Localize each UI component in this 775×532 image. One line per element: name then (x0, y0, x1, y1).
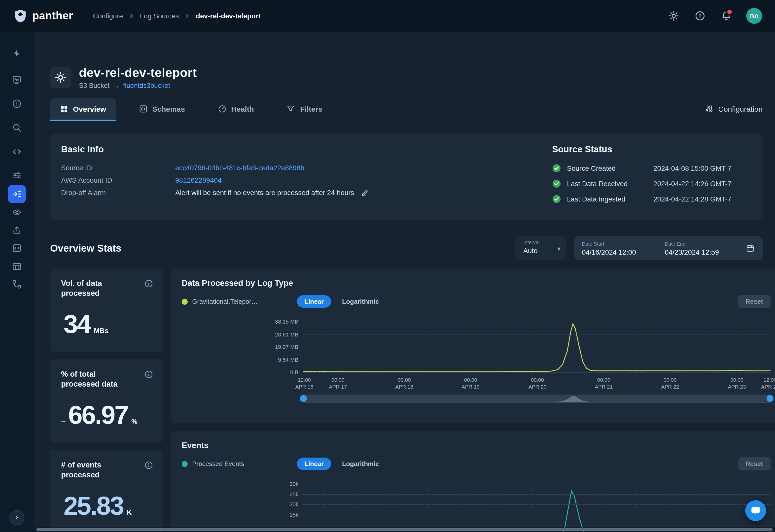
chat-launcher-button[interactable] (745, 500, 766, 521)
top-nav-actions: ? BA (667, 8, 762, 24)
y-axis-label: 38.15 MB (275, 319, 298, 325)
tab-health[interactable]: Health (208, 98, 264, 120)
date-range-picker[interactable]: Date Start 04/16/2024 12:00 Date End 04/… (574, 236, 763, 260)
breadcrumb-item-log-sources[interactable]: Log Sources (140, 12, 179, 20)
scrubber-track[interactable] (303, 395, 771, 402)
tab-schemas[interactable]: Schemas (129, 98, 195, 120)
time-range-scrubber[interactable] (303, 394, 771, 403)
sidebar-item-bolt[interactable] (8, 44, 26, 62)
scrubber-handle-right[interactable] (767, 395, 774, 402)
x-axis-label: 00:00APR 19 (462, 376, 480, 390)
source-type-label: S3 Bucket (79, 82, 109, 89)
stat-card-title: # of events processed (61, 460, 131, 480)
legend-dot (182, 299, 188, 304)
tab-label: Filters (300, 105, 322, 113)
sidebar-item-detections[interactable] (8, 166, 26, 184)
bucket-link[interactable]: fluentds3bucket (123, 82, 170, 89)
scrubber-handle-left[interactable] (300, 395, 307, 402)
stat-card-percent: % of total processed data ~66.97% (50, 359, 163, 443)
horizontal-scrollbar[interactable] (34, 527, 775, 532)
tabs: Overview Schemas Health Filters (50, 98, 332, 120)
plot-wrap: 30k25k20k15k (303, 484, 771, 532)
legend-label: Processed Events (192, 460, 244, 467)
breadcrumb-item-configure[interactable]: Configure (93, 12, 123, 20)
status-value: 2024-04-22 14:26 GMT-7 (653, 180, 731, 188)
svg-text:?: ? (699, 13, 702, 19)
edit-drop-off-button[interactable] (361, 189, 369, 197)
schemas-icon (139, 105, 147, 113)
search-icon (12, 123, 22, 133)
interval-label: Interval (523, 240, 560, 245)
tabs-row: Overview Schemas Health Filters (50, 98, 763, 120)
sidebar-item-packs[interactable] (8, 239, 26, 257)
logarithmic-button[interactable]: Logarithmic (336, 458, 385, 470)
sidebar (0, 32, 34, 532)
x-axis-label: 12:00APR 16 (295, 376, 313, 390)
sidebar-item-export[interactable] (8, 221, 26, 239)
help-button[interactable]: ? (694, 9, 707, 22)
y-axis-label: 20k (290, 501, 299, 507)
chevron-right-icon (14, 515, 20, 521)
breadcrumb-item-current: dev-rel-dev-teleport (196, 12, 261, 20)
info-icon[interactable] (144, 370, 153, 379)
sidebar-item-tables[interactable] (8, 258, 26, 275)
info-icon[interactable] (144, 461, 153, 469)
grid-icon (60, 105, 68, 113)
sidebar-item-enrichment[interactable] (8, 203, 26, 221)
stat-value: 66.97 (68, 400, 128, 430)
sidebar-item-pipeline[interactable] (8, 275, 26, 293)
y-axis-label: 30k (290, 481, 299, 487)
logarithmic-button[interactable]: Logarithmic (336, 295, 385, 308)
stat-value: 34 (64, 309, 90, 339)
sidebar-item-query[interactable] (8, 143, 26, 161)
panther-logo-icon (13, 8, 28, 23)
interval-value: Auto (523, 247, 560, 255)
linear-button[interactable]: Linear (297, 458, 331, 470)
chart-legend: Processed Events (182, 460, 290, 467)
x-axis-label: 00:00APR 22 (661, 376, 679, 390)
alert-icon (12, 99, 22, 109)
stat-value: 25.83 (64, 491, 123, 521)
sidebar-item-alerts[interactable] (8, 95, 26, 113)
configuration-button[interactable]: Configuration (705, 105, 763, 113)
sidebar-item-search[interactable] (8, 119, 26, 136)
source-id-value[interactable]: ecc40796-04bc-481c-bfe3-ceda22e8898b (175, 164, 304, 172)
chat-icon (751, 506, 761, 516)
info-icon[interactable] (144, 279, 153, 288)
tune-icon (12, 170, 22, 180)
health-icon (218, 105, 226, 113)
chart-title: Data Processed by Log Type (182, 278, 771, 288)
stat-prefix: ~ (61, 417, 66, 426)
status-label: Source Created (567, 164, 647, 172)
chart-controls: Processed Events Linear Logarithmic Rese… (182, 457, 771, 470)
user-avatar[interactable]: BA (746, 8, 762, 24)
notifications-button[interactable] (720, 9, 733, 22)
gridline (303, 514, 771, 515)
y-axis-label: 0 B (290, 369, 298, 375)
tab-label: Health (231, 105, 254, 113)
x-axis-label: 00:00APR 20 (529, 376, 546, 390)
aws-account-id-value[interactable]: 981262289404 (175, 176, 222, 184)
linear-button[interactable]: Linear (297, 295, 331, 308)
x-axis-label: 00:00APR 21 (595, 376, 613, 390)
scrollbar-thumb[interactable] (36, 528, 773, 531)
sidebar-item-dashboard[interactable] (8, 71, 26, 89)
brand-name: panther (32, 9, 73, 22)
interval-select[interactable]: Interval Auto ▾ (515, 236, 566, 260)
tab-overview[interactable]: Overview (50, 98, 116, 120)
reset-button[interactable]: Reset (738, 457, 771, 470)
panther-brand[interactable]: panther (13, 8, 73, 23)
chevron-down-icon: ▾ (557, 245, 561, 252)
source-subtitle: S3 Bucket → fluentds3bucket (79, 82, 197, 89)
gridline (303, 484, 771, 484)
flow-icon (12, 279, 22, 289)
tab-filters[interactable]: Filters (277, 98, 332, 120)
date-start-value: 04/16/2024 12:00 (582, 248, 636, 256)
configuration-label: Configuration (718, 105, 763, 113)
sidebar-item-log-sources[interactable] (8, 185, 26, 203)
code-box-icon (12, 243, 22, 253)
sidebar-expand-button[interactable] (9, 510, 24, 525)
reset-button[interactable]: Reset (738, 295, 771, 308)
settings-button[interactable] (667, 9, 680, 22)
date-end-value: 04/23/2024 12:59 (665, 248, 719, 256)
